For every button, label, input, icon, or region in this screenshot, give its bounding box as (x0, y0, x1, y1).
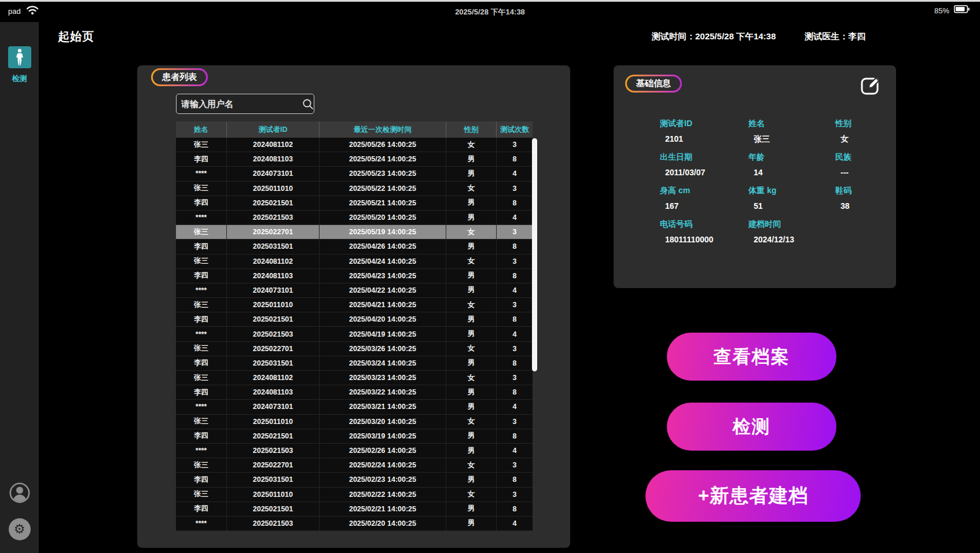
table-row[interactable]: 李四20250215012025/02/21 14:00:25男8 (176, 502, 533, 517)
table-row[interactable]: ****20240731012025/05/23 14:00:25男4 (176, 167, 533, 181)
table-row[interactable]: 张三20250227012025/02/24 14:00:25女3 (176, 458, 533, 473)
table-row[interactable]: ****20250215032025/04/19 14:00:25男4 (176, 327, 533, 341)
table-cell: 2025021501 (226, 312, 319, 326)
table-row[interactable]: 张三20240811022025/05/26 14:00:25女3 (176, 138, 533, 152)
table-cell: 4 (496, 517, 533, 530)
table-cell: 男 (446, 312, 496, 326)
column-header: 测试者ID (226, 121, 319, 138)
table-cell: 2025/03/23 14:00:25 (319, 371, 446, 385)
detect-button[interactable]: 检测 (667, 403, 836, 451)
test-doctor-text: 测试医生：李四 (805, 31, 865, 42)
table-row[interactable]: ****20250215032025/02/26 14:00:25男4 (176, 444, 533, 458)
table-cell: 2025/04/26 14:00:25 (319, 239, 446, 253)
info-field-value: 2024/12/13 (748, 235, 835, 244)
user-avatar-icon[interactable] (9, 482, 30, 506)
person-standing-icon (8, 46, 31, 68)
table-row[interactable]: 张三20250110102025/04/21 14:00:25女3 (176, 298, 533, 312)
table-row[interactable]: 张三20240811022025/03/23 14:00:25女3 (176, 371, 533, 385)
sidebar-item-detect[interactable]: 检测 (0, 46, 39, 84)
table-cell: 4 (496, 283, 533, 297)
table-cell: 2025/03/22 14:00:25 (319, 385, 446, 399)
table-cell: 8 (496, 152, 533, 166)
table-row[interactable]: 李四20240811032025/03/22 14:00:25男8 (176, 385, 533, 400)
status-bar: pad 2025/5/28 下午14:38 85% (0, 2, 980, 21)
page-title: 起始页 (58, 29, 94, 45)
test-time-text: 测试时间：2025/5/28 下午14:38 (652, 31, 776, 42)
table-cell: **** (176, 400, 226, 414)
table-cell: 2024081103 (226, 269, 319, 283)
table-cell: 2025/02/24 14:00:25 (319, 458, 446, 472)
table-scrollbar-thumb[interactable] (532, 138, 537, 371)
table-cell: 8 (496, 429, 533, 443)
table-row[interactable]: 张三20250110102025/05/22 14:00:25女3 (176, 182, 533, 196)
table-cell: 3 (496, 458, 533, 472)
table-cell: 2025/04/20 14:00:25 (319, 312, 446, 326)
table-row[interactable]: ****20240731012025/03/21 14:00:25男4 (176, 400, 533, 414)
info-field-label: 性别 (835, 119, 889, 129)
table-row[interactable]: 张三20240811022025/04/24 14:00:25女3 (176, 255, 533, 269)
table-row[interactable]: ****20250215032025/05/20 14:00:25男4 (176, 211, 533, 225)
table-cell: 2025/04/19 14:00:25 (319, 327, 446, 341)
table-row[interactable]: 李四20250215012025/04/20 14:00:25男8 (176, 312, 533, 327)
table-row[interactable]: 李四20250315012025/03/24 14:00:25男8 (176, 356, 533, 371)
table-cell: 女 (446, 298, 496, 312)
table-cell: 女 (446, 458, 496, 472)
table-row[interactable]: 张三20250110102025/03/20 14:00:25女3 (176, 415, 533, 429)
basic-info-panel: 基础信息 测试者ID2101姓名张三性别女出生日期2011/03/07年龄14民… (614, 65, 896, 288)
info-field-label: 建档时间 (748, 219, 835, 230)
view-archive-button[interactable]: 查看档案 (667, 333, 836, 381)
table-cell: 2025/05/19 14:00:25 (319, 225, 446, 239)
table-cell: 2024081103 (226, 385, 319, 399)
table-cell: 3 (496, 415, 533, 429)
info-field: 出生日期2011/03/07 (660, 152, 748, 184)
table-cell: 2025/05/20 14:00:25 (319, 211, 446, 224)
table-cell: 男 (446, 517, 496, 530)
column-header: 性别 (446, 121, 496, 138)
table-cell: **** (176, 211, 226, 224)
basic-info-title-pill: 基础信息 (625, 75, 682, 93)
table-cell: 男 (446, 211, 496, 224)
table-row[interactable]: 张三20250227012025/03/26 14:00:25女3 (176, 342, 533, 356)
table-cell: 男 (446, 502, 496, 516)
table-cell: 2025/03/26 14:00:25 (319, 342, 446, 356)
table-cell: 2025/05/24 14:00:25 (319, 152, 446, 166)
table-cell: 男 (446, 196, 496, 210)
table-cell: 8 (496, 385, 533, 399)
table-cell: 2025/05/23 14:00:25 (319, 167, 446, 180)
info-field: 性别女 (835, 119, 889, 150)
table-row[interactable]: ****20240731012025/04/22 14:00:25男4 (176, 283, 533, 298)
table-cell: 2024081103 (226, 152, 319, 166)
table-row[interactable]: 李四20240811032025/04/23 14:00:25男8 (176, 269, 533, 283)
table-cell: 2025011010 (226, 488, 319, 502)
table-row[interactable]: ****20250215032025/02/20 14:00:25男4 (176, 517, 533, 531)
info-field-value: --- (835, 168, 889, 177)
table-cell: 女 (446, 371, 496, 385)
table-row[interactable]: 李四20250315012025/02/23 14:00:25男8 (176, 473, 533, 487)
table-row[interactable]: 张三20250110102025/02/22 14:00:25女3 (176, 488, 533, 502)
info-field-value: 2101 (660, 134, 748, 143)
column-header: 测试次数 (496, 121, 533, 138)
new-patient-button[interactable]: +新患者建档 (645, 470, 861, 522)
table-cell: 女 (446, 255, 496, 268)
table-cell: 女 (446, 415, 496, 429)
column-header: 姓名 (176, 121, 226, 138)
search-input[interactable] (177, 99, 302, 109)
table-row[interactable]: 李四20250315012025/04/26 14:00:25男8 (176, 239, 533, 254)
table-row[interactable]: 李四20240811032025/05/24 14:00:25男8 (176, 152, 533, 167)
patient-list-title-pill: 患者列表 (151, 68, 208, 86)
table-row[interactable]: 李四20250215012025/03/19 14:00:25男8 (176, 429, 533, 444)
table-row[interactable]: 张三20250227012025/05/19 14:00:25女3 (176, 225, 533, 239)
table-cell: 2024081102 (226, 255, 319, 268)
table-cell: **** (176, 167, 226, 180)
info-field-label: 电话号码 (660, 219, 748, 230)
table-cell: 女 (446, 182, 496, 196)
info-field: 建档时间2024/12/13 (748, 219, 835, 251)
table-cell: 4 (496, 167, 533, 180)
settings-gear-icon[interactable]: ⚙ (9, 518, 31, 540)
info-field: 体重 kg51 (748, 186, 835, 217)
edit-icon[interactable] (860, 75, 883, 95)
table-row[interactable]: 李四20250215012025/05/21 14:00:25男8 (176, 196, 533, 211)
table-cell: 2025022701 (226, 225, 319, 239)
table-cell: 2025021503 (226, 517, 319, 530)
table-cell: 3 (496, 342, 533, 356)
